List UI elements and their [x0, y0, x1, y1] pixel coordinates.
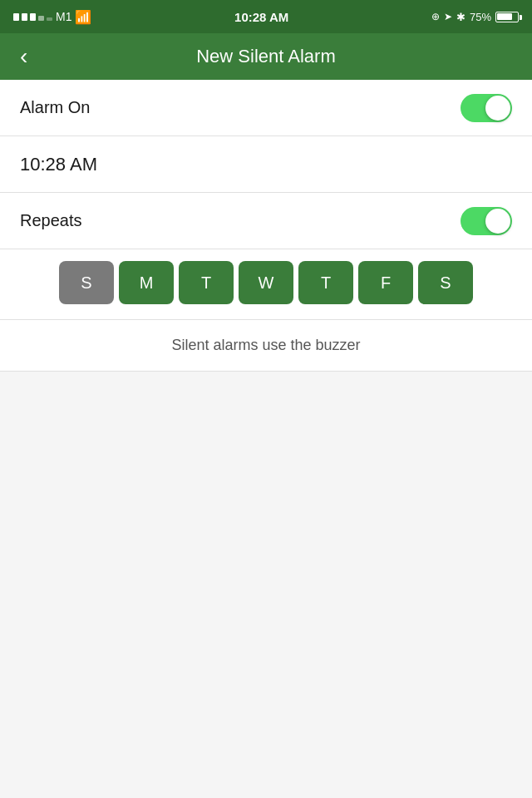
toggle-knob-2	[485, 209, 510, 234]
empty-space	[0, 372, 532, 787]
nav-bar: ‹ New Silent Alarm	[0, 33, 532, 80]
location-icon: ⊕	[431, 11, 440, 22]
page-title: New Silent Alarm	[0, 46, 532, 67]
status-bar-left: M1 📶	[13, 9, 91, 25]
back-button[interactable]: ‹	[13, 42, 34, 71]
repeats-toggle[interactable]	[461, 207, 512, 235]
repeats-label: Repeats	[20, 211, 82, 230]
day-button-2[interactable]: T	[179, 261, 234, 304]
day-button-6[interactable]: S	[418, 261, 473, 304]
content: Alarm On 10:28 AM Repeats SMTWTFS Silent…	[0, 80, 532, 372]
wifi-icon: 📶	[75, 9, 91, 25]
day-button-1[interactable]: M	[119, 261, 174, 304]
status-bar: M1 📶 10:28 AM ⊕ ➤ ✱ 75%	[0, 0, 532, 33]
toggle-knob	[485, 96, 510, 121]
battery-icon	[495, 12, 519, 22]
carrier-label: M1	[56, 10, 71, 23]
arrow-icon: ➤	[444, 11, 452, 22]
day-button-4[interactable]: T	[298, 261, 353, 304]
alarm-time: 10:28 AM	[20, 154, 97, 175]
alarm-on-row: Alarm On	[0, 80, 532, 136]
battery-percent: 75%	[470, 11, 491, 23]
days-section: SMTWTFS	[0, 249, 532, 320]
day-button-5[interactable]: F	[358, 261, 413, 304]
time-row[interactable]: 10:28 AM	[0, 136, 532, 193]
repeats-row: Repeats	[0, 193, 532, 249]
info-row: Silent alarms use the buzzer	[0, 320, 532, 372]
status-bar-right: ⊕ ➤ ✱ 75%	[431, 11, 519, 23]
status-time: 10:28 AM	[234, 10, 288, 24]
days-container: SMTWTFS	[0, 261, 532, 304]
bluetooth-icon: ✱	[456, 11, 466, 23]
alarm-on-toggle[interactable]	[461, 94, 512, 122]
alarm-on-label: Alarm On	[20, 98, 90, 117]
signal-icon	[13, 13, 52, 21]
day-button-0[interactable]: S	[59, 261, 114, 304]
day-button-3[interactable]: W	[239, 261, 293, 304]
info-text: Silent alarms use the buzzer	[171, 337, 360, 354]
